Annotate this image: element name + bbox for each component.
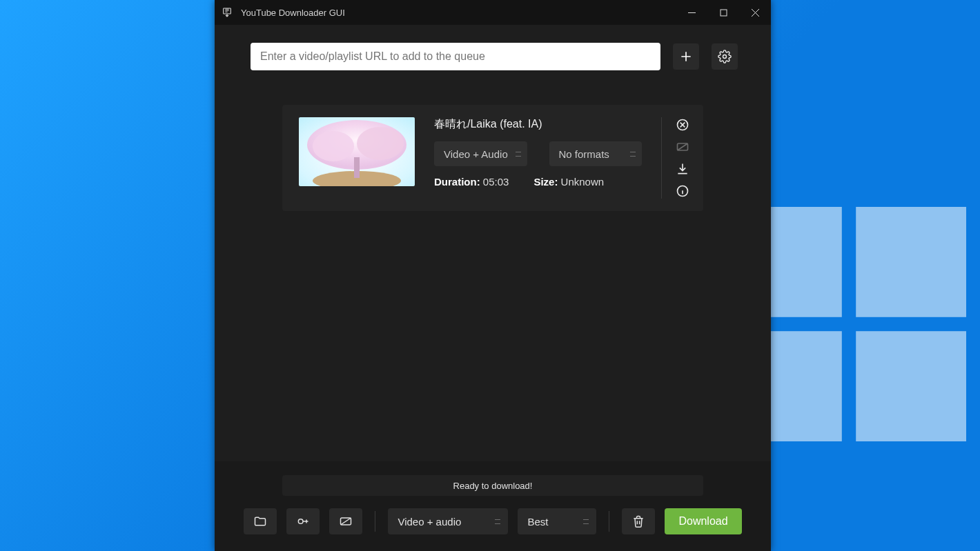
item-mode-select[interactable]: Video + Audio (434, 141, 527, 166)
toolbar-separator (609, 511, 609, 532)
open-folder-button[interactable] (244, 508, 277, 534)
duration-value: 05:03 (483, 176, 509, 188)
url-input-row (215, 25, 771, 77)
item-format-select[interactable]: No formats (549, 141, 643, 166)
queue-item-meta: 春晴れ/Laika (feat. IA) Video + Audio No fo… (434, 117, 642, 199)
add-to-queue-button[interactable] (673, 43, 699, 70)
duration-label: Duration: (434, 176, 480, 188)
duration-field: Duration: 05:03 (434, 176, 509, 188)
svg-rect-5 (721, 10, 727, 16)
title-bar: YouTube Downloader GUI (215, 0, 771, 25)
window-title: YouTube Downloader GUI (239, 8, 676, 18)
video-title: 春晴れ/Laika (feat. IA) (434, 117, 642, 132)
toolbar-separator (375, 511, 375, 532)
svg-point-16 (299, 519, 304, 524)
item-info-button[interactable] (675, 183, 690, 199)
size-value: Unknown (561, 176, 605, 188)
download-all-button[interactable]: Download (665, 508, 741, 534)
remove-item-button[interactable] (675, 117, 690, 132)
download-item-button[interactable] (675, 161, 690, 177)
svg-rect-3 (856, 331, 966, 441)
window-minimize-button[interactable] (676, 0, 707, 25)
video-thumbnail (299, 117, 415, 186)
queue-item: 春晴れ/Laika (feat. IA) Video + Audio No fo… (282, 105, 703, 211)
settings-button[interactable] (712, 43, 738, 70)
queue-item-actions (661, 117, 696, 199)
download-queue: 春晴れ/Laika (feat. IA) Video + Audio No fo… (215, 77, 771, 461)
window-close-button[interactable] (739, 0, 771, 25)
global-quality-select[interactable]: Best (518, 508, 596, 534)
status-bar: Ready to download! (282, 475, 703, 496)
subtitles-button[interactable] (675, 139, 690, 154)
svg-point-6 (723, 55, 727, 59)
app-icon (215, 7, 239, 18)
svg-rect-1 (856, 207, 966, 317)
size-label: Size: (533, 176, 558, 188)
app-window: YouTube Downloader GUI (215, 0, 771, 551)
window-maximize-button[interactable] (707, 0, 739, 25)
clear-queue-button[interactable] (622, 508, 655, 534)
auth-key-button[interactable] (286, 508, 320, 534)
footer-toolbar: Video + audio Best Download (215, 508, 771, 534)
svg-point-11 (357, 127, 404, 160)
global-mode-select[interactable]: Video + audio (388, 508, 508, 534)
svg-rect-12 (354, 157, 360, 178)
size-field: Size: Unknown (533, 176, 604, 188)
svg-point-10 (313, 131, 354, 161)
subtitles-global-button[interactable] (329, 508, 362, 534)
footer: Ready to download! Video + audio Best (215, 461, 771, 551)
url-input[interactable] (251, 43, 660, 70)
